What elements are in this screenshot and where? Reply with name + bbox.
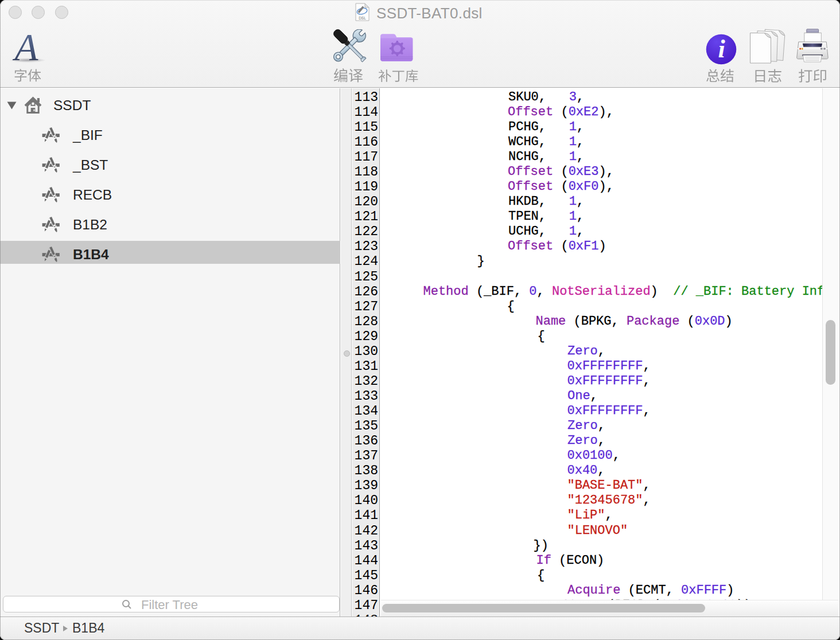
svg-text:DSL: DSL (359, 16, 366, 20)
svg-text:i: i (718, 35, 725, 63)
